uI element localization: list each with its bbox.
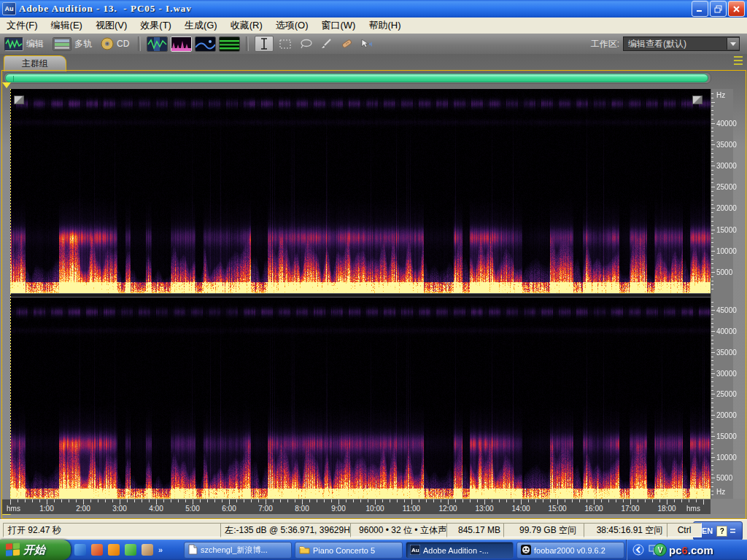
- freq-label: 25000: [716, 183, 737, 191]
- freq-tick: [711, 411, 713, 411]
- hide-icons-icon[interactable]: [632, 544, 644, 556]
- task-button-4[interactable]: foobar2000 v0.9.6.2: [516, 542, 624, 559]
- workspace-select[interactable]: 编辑查看(默认): [623, 36, 740, 51]
- menu-item-7[interactable]: 选项(O): [269, 18, 315, 34]
- quick-launch-overflow[interactable]: »: [158, 545, 163, 554]
- time-tick: [616, 499, 616, 502]
- panel-menu-grip[interactable]: [734, 56, 743, 66]
- time-tick: [667, 499, 667, 505]
- user-icon[interactable]: [125, 544, 136, 556]
- freq-tick: [711, 174, 713, 175]
- rss-icon[interactable]: [108, 544, 120, 556]
- freq-label: 35000: [716, 349, 737, 357]
- time-tick: [419, 499, 419, 502]
- lasso-icon: [300, 39, 312, 50]
- language-help-button[interactable]: ?: [716, 526, 727, 537]
- selection-marker-top[interactable]: [2, 82, 11, 88]
- task-button-2[interactable]: Piano Concerto 5: [295, 542, 403, 559]
- freq-tick: [711, 238, 713, 238]
- freq-tick: [711, 123, 715, 124]
- cd-view-button[interactable]: CD: [101, 37, 129, 50]
- multitrack-view-button[interactable]: 多轨: [53, 37, 92, 51]
- ie-icon[interactable]: [74, 544, 86, 556]
- spectral-pan-view-button[interactable]: [195, 36, 216, 52]
- time-tick: [579, 499, 580, 502]
- time-tick: [127, 499, 128, 502]
- channel-handle-right[interactable]: [692, 96, 703, 104]
- freq-label: 20000: [716, 411, 737, 419]
- toolbar-separator: [246, 36, 249, 51]
- workspace-dropdown-arrow[interactable]: [727, 38, 739, 50]
- freq-tick: [711, 461, 713, 462]
- freq-tick: [711, 327, 713, 327]
- task-button-label: szchengl_新浪博...: [201, 545, 268, 556]
- playhead-line[interactable]: [10, 89, 11, 499]
- freq-tick: [711, 436, 715, 437]
- chevron-down-icon: [730, 42, 736, 46]
- title-bar[interactable]: Au Adobe Audition - 13. - PC05 - I.wav: [0, 0, 747, 18]
- time-tick: [550, 499, 551, 502]
- close-button[interactable]: [728, 1, 745, 17]
- freq-tick: [711, 208, 715, 209]
- channel-handle-left[interactable]: [14, 96, 24, 104]
- time-tick: [207, 499, 208, 502]
- horizontal-zoom-track[interactable]: [4, 72, 711, 84]
- time-label: 16:00: [584, 505, 603, 513]
- minimize-button[interactable]: [692, 1, 708, 17]
- edit-view-button[interactable]: 编辑: [4, 37, 44, 51]
- app-icon: Au: [2, 2, 16, 15]
- spot-healing-brush-tool[interactable]: [338, 36, 355, 51]
- freq-tick: [711, 166, 715, 166]
- menu-item-9[interactable]: 帮助(H): [362, 18, 407, 34]
- tab-main-group[interactable]: 主群组: [4, 55, 66, 71]
- freq-tick: [711, 398, 713, 399]
- time-tick: [280, 499, 281, 502]
- task-button-3[interactable]: AuAdobe Audition -...: [406, 542, 514, 559]
- menu-item-2[interactable]: 编辑(E): [44, 18, 89, 34]
- freq-tick: [711, 284, 713, 285]
- time-label: 18:00: [657, 505, 676, 513]
- waveform-view-button[interactable]: [147, 36, 168, 52]
- task-button-1[interactable]: szchengl_新浪博...: [184, 542, 292, 559]
- freq-tick: [711, 314, 713, 315]
- time-label: 5:00: [185, 505, 199, 513]
- browser-icon[interactable]: [142, 544, 153, 556]
- time-tick: [630, 499, 631, 505]
- freq-tick: [711, 453, 713, 454]
- time-label: 8:00: [295, 505, 309, 513]
- zoom-bar-handle[interactable]: [8, 76, 14, 82]
- menu-item-1[interactable]: 文件(F): [0, 18, 44, 34]
- freq-tick: [711, 424, 713, 424]
- messenger-icon[interactable]: [91, 544, 103, 556]
- spectral-frequency-view-button[interactable]: [171, 36, 192, 52]
- spectrogram-canvas[interactable]: [10, 89, 711, 499]
- lasso-selection-tool[interactable]: [297, 36, 314, 51]
- freq-tick: [711, 448, 713, 449]
- menu-item-6[interactable]: 收藏(R): [224, 18, 269, 34]
- time-tick: [433, 499, 434, 502]
- marquee-selection-tool[interactable]: [276, 36, 294, 51]
- menu-item-4[interactable]: 效果(T): [133, 18, 178, 34]
- freq-tick: [711, 343, 713, 344]
- effects-paintbrush-tool[interactable]: [317, 36, 335, 51]
- time-tick: [324, 499, 325, 502]
- menu-item-8[interactable]: 窗口(W): [315, 18, 363, 34]
- freq-tick: [711, 386, 713, 386]
- horizontal-zoom-bar[interactable]: [5, 74, 708, 82]
- time-selection-tool[interactable]: [255, 36, 274, 52]
- menu-item-3[interactable]: 视图(V): [89, 18, 133, 34]
- freq-label: 15000: [716, 432, 737, 440]
- scrub-tool[interactable]: [358, 36, 376, 51]
- language-options-button[interactable]: [730, 529, 735, 533]
- freq-tick: [711, 263, 713, 264]
- menu-item-5[interactable]: 生成(G): [178, 18, 224, 34]
- restore-button[interactable]: [710, 1, 727, 17]
- spectral-phase-view-button[interactable]: [219, 36, 240, 52]
- language-indicator[interactable]: EN: [702, 526, 713, 535]
- freq-tick: [711, 119, 713, 120]
- time-tick: [120, 499, 120, 505]
- time-ruler[interactable]: hms1:002:003:004:005:006:007:008:009:001…: [2, 499, 711, 514]
- start-button[interactable]: 开始: [0, 540, 71, 560]
- close-icon: [732, 5, 740, 13]
- frequency-ruler[interactable]: 400003500030000250002000015000100005000H…: [711, 89, 733, 499]
